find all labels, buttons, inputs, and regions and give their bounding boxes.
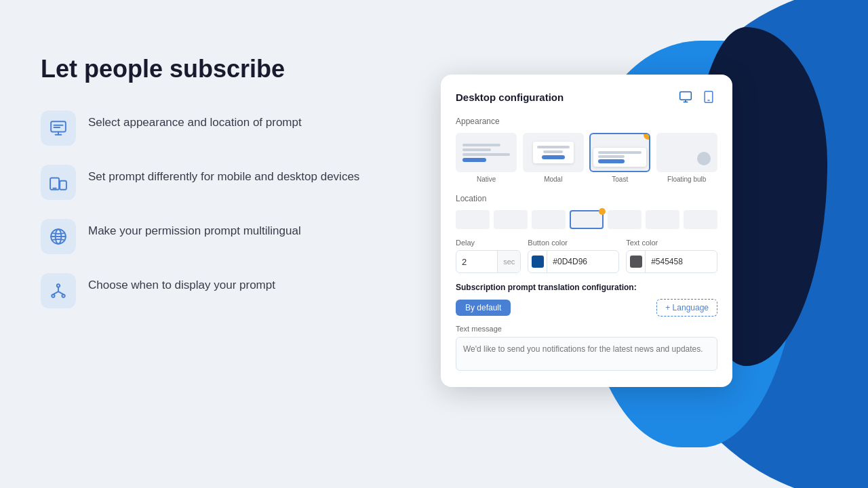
- feature-list: Select appearance and location of prompt…: [41, 110, 366, 308]
- feature-item-timing: Choose when to display your prompt: [41, 273, 366, 308]
- appearance-thumb-modal: [523, 133, 584, 172]
- card-header: Desktop configuration: [456, 88, 717, 106]
- svg-line-16: [58, 291, 64, 294]
- appearance-toast[interactable]: Toast: [589, 133, 651, 183]
- location-option-7[interactable]: [684, 210, 717, 229]
- config-row: Delay sec Button color #0D4D96 Text colo…: [456, 239, 717, 273]
- appearance-thumb-native: [456, 133, 517, 172]
- translation-tabs: By default + Language: [456, 299, 717, 317]
- left-panel: Let people subscribe Select appearance a…: [41, 54, 366, 308]
- bulb-shape: [697, 152, 711, 165]
- location-option-2[interactable]: [494, 210, 528, 229]
- appearance-modal[interactable]: Modal: [523, 133, 585, 183]
- feature-text-multilingual: Make your permission prompt multilingual: [88, 219, 301, 239]
- feature-icon-box-timing: [41, 273, 76, 308]
- feature-item-devices: Set prompt differently for mobile and de…: [41, 165, 366, 200]
- location-grid: [456, 210, 717, 229]
- text-message-input[interactable]: [456, 337, 717, 371]
- button-color-swatch-inner: [532, 256, 544, 268]
- appearance-label-bulb: Floating bulb: [667, 176, 706, 183]
- main-title: Let people subscribe: [41, 54, 366, 83]
- text-color-label: Text color: [626, 239, 717, 247]
- feature-text-devices: Set prompt differently for mobile and de…: [88, 165, 359, 185]
- delay-unit: sec: [497, 251, 520, 272]
- button-color-field: Button color #0D4D96: [528, 239, 619, 273]
- tab-add-language-button[interactable]: + Language: [656, 299, 717, 317]
- text-color-swatch-inner: [630, 256, 642, 268]
- text-message-label: Text message: [456, 325, 717, 333]
- appearance-thumb-bulb: [656, 133, 717, 172]
- delay-input[interactable]: [456, 257, 497, 267]
- feature-icon-box-devices: [41, 165, 76, 200]
- location-option-3[interactable]: [532, 210, 566, 229]
- location-badge: [599, 208, 606, 215]
- feature-item-appearance: Select appearance and location of prompt: [41, 110, 366, 146]
- location-option-1[interactable]: [456, 210, 490, 229]
- config-card: Desktop configuration Appearance: [441, 75, 732, 387]
- card-title: Desktop configuration: [456, 92, 564, 103]
- appearance-label-toast: Toast: [612, 176, 628, 183]
- feature-icon-box-multilingual: [41, 219, 76, 254]
- location-option-6[interactable]: [646, 210, 679, 229]
- delay-field: Delay sec: [456, 239, 521, 273]
- feature-text-timing: Choose when to display your prompt: [88, 273, 275, 293]
- feature-text-appearance: Select appearance and location of prompt: [88, 110, 302, 131]
- svg-line-15: [53, 291, 58, 294]
- delay-label: Delay: [456, 239, 521, 247]
- button-color-input-group[interactable]: #0D4D96: [528, 250, 619, 273]
- appearance-grid: Native Modal Toas: [456, 133, 717, 183]
- location-option-5[interactable]: [608, 210, 642, 229]
- text-color-swatch: [627, 250, 646, 273]
- button-color-value: #0D4D96: [547, 257, 593, 266]
- tab-default-button[interactable]: By default: [456, 300, 511, 316]
- appearance-label: Appearance: [456, 117, 717, 126]
- feature-item-multilingual: Make your permission prompt multilingual: [41, 219, 366, 254]
- appearance-floating-bulb[interactable]: Floating bulb: [656, 133, 718, 183]
- appearance-label-native: Native: [477, 176, 496, 183]
- network-icon: [50, 282, 67, 300]
- button-color-label: Button color: [528, 239, 619, 247]
- text-color-input-group[interactable]: #545458: [626, 250, 717, 273]
- location-option-4[interactable]: [570, 210, 604, 229]
- desktop-device-icon[interactable]: [677, 88, 694, 106]
- feature-icon-box-appearance: [41, 110, 76, 146]
- globe-icon: [50, 228, 67, 245]
- location-label: Location: [456, 194, 717, 203]
- text-color-field: Text color #545458: [626, 239, 717, 273]
- monitor-icon: [50, 119, 67, 137]
- text-color-value: #545458: [646, 257, 688, 266]
- translation-header: Subscription prompt translation configur…: [456, 283, 717, 292]
- device-icons: [677, 88, 717, 106]
- button-color-swatch: [528, 250, 547, 273]
- appearance-thumb-toast: [589, 133, 650, 172]
- devices-icon: [50, 174, 67, 191]
- svg-rect-17: [680, 92, 692, 100]
- mobile-device-icon[interactable]: [700, 88, 717, 106]
- svg-rect-0: [51, 121, 66, 131]
- appearance-native[interactable]: Native: [456, 133, 517, 183]
- toast-badge: [644, 133, 650, 140]
- delay-input-group: sec: [456, 250, 521, 273]
- appearance-label-modal: Modal: [544, 176, 562, 183]
- svg-rect-20: [705, 92, 713, 103]
- svg-rect-6: [60, 181, 66, 190]
